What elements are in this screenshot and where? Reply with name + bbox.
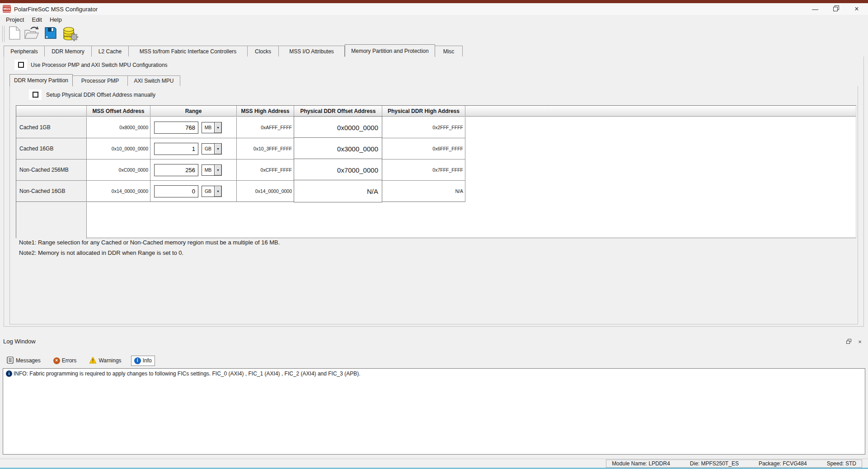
save-button[interactable]: [42, 25, 60, 43]
status-die: Die: MPFS250T_ES: [690, 460, 739, 467]
tab-misc[interactable]: Misc: [435, 46, 463, 56]
phys-offset-cell: 0x3000_0000: [294, 138, 382, 159]
use-pmp-checkbox-box[interactable]: [18, 62, 24, 68]
setup-physical-ddr-checkbox-box[interactable]: [33, 92, 38, 98]
log-output-area[interactable]: i INFO: Fabric programming is required t…: [3, 368, 865, 455]
dropdown-arrow-icon: ▼: [214, 144, 221, 154]
range-unit-select[interactable]: MB ▼: [202, 164, 222, 176]
region-label: Cached 16GB: [16, 138, 87, 159]
status-fields: Module Name: LPDDR4 Die: MPFS250T_ES Pac…: [606, 460, 862, 468]
status-package: Package: FCVG484: [759, 460, 807, 467]
log-filter-messages[interactable]: Messages: [4, 355, 44, 367]
generate-database-gear-icon: [61, 26, 76, 42]
log-entry: i INFO: Fabric programming is required t…: [3, 369, 865, 379]
use-pmp-checkbox[interactable]: [14, 60, 27, 70]
tab-ddr-memory[interactable]: DDR Memory: [45, 46, 92, 56]
mss-high-value: 0x14_0000_0000: [237, 181, 294, 202]
log-float-button[interactable]: [845, 338, 853, 346]
range-cell: GB ▼: [150, 138, 237, 159]
range-unit-select[interactable]: GB ▼: [202, 143, 222, 155]
range-input[interactable]: [154, 143, 198, 155]
log-filter-errors-label: Errors: [62, 357, 77, 364]
window-title: PolarFireSoC MSS Configurator: [14, 6, 98, 13]
phys-offset-cell: 0x0000_0000: [294, 117, 382, 138]
close-icon: ×: [858, 338, 862, 345]
log-close-button[interactable]: ×: [856, 338, 864, 346]
titlebar[interactable]: MSS PolarFireSoC MSS Configurator — ×: [0, 3, 868, 15]
setup-physical-ddr-checkbox[interactable]: [29, 89, 42, 100]
setup-physical-ddr-checkbox-label: Setup Physical DDR Offset Address manual…: [46, 92, 155, 98]
mss-offset-value: 0x8000_0000: [87, 117, 150, 138]
sub-tabbar: DDR Memory Partition Processor PMP AXI S…: [9, 74, 858, 86]
mss-high-value: 0xCFFF_FFFF: [237, 159, 294, 181]
generate-mss-button[interactable]: [60, 25, 78, 43]
header-physical-ddr-high-address: Physical DDR High Address: [382, 106, 465, 117]
mss-high-value: 0x10_3FFF_FFFF: [237, 138, 294, 159]
status-speed: Speed: STD: [827, 460, 856, 467]
dropdown-arrow-icon: ▼: [214, 186, 221, 197]
tab-peripherals[interactable]: Peripherals: [4, 46, 45, 56]
restore-button[interactable]: [828, 3, 844, 15]
phys-offset-value: 0x7000_0000: [294, 159, 382, 181]
error-icon: ×: [53, 357, 60, 364]
header-range: Range: [150, 106, 237, 117]
minimize-button[interactable]: —: [807, 3, 823, 15]
header-mss-high-address: MSS High Address: [237, 106, 294, 117]
log-filter-info[interactable]: i Info: [131, 356, 155, 366]
note-1: Note1: Range selection for any Cached or…: [19, 239, 280, 246]
header-mss-offset-address: MSS Offset Address: [87, 106, 150, 117]
log-filter-warnings[interactable]: ! Warnings: [86, 355, 124, 367]
table-body: Cached 1GB 0x8000_0000 MB ▼ 0xAFFF_FFFF …: [16, 117, 856, 238]
table-row-cached-1gb: Cached 1GB 0x8000_0000 MB ▼ 0xAFFF_FFFF …: [16, 117, 856, 138]
range-unit-select[interactable]: GB ▼: [202, 186, 222, 197]
phys-high-value: N/A: [382, 181, 465, 202]
svg-text:!: !: [92, 358, 94, 363]
range-input[interactable]: [154, 185, 198, 197]
menu-edit[interactable]: Edit: [28, 15, 46, 24]
mss-high-value: 0xAFFF_FFFF: [237, 117, 294, 138]
range-input[interactable]: [154, 164, 198, 176]
region-label: Non-Cached 16GB: [16, 181, 87, 202]
memory-partition-panel: Use Processor PMP and AXI Switch MPU Con…: [4, 56, 864, 327]
tab-clocks[interactable]: Clocks: [248, 46, 279, 56]
tab-mss-io-attributes[interactable]: MSS I/O Attributes: [279, 46, 345, 56]
subtab-processor-pmp[interactable]: Processor PMP: [73, 75, 128, 86]
menubar: Project Edit Help: [0, 15, 868, 24]
close-icon: ×: [854, 5, 859, 13]
range-unit-value: GB: [202, 144, 214, 154]
dropdown-arrow-icon: ▼: [214, 165, 221, 175]
save-floppy-icon: [44, 26, 57, 42]
phys-offset-cell: 0x7000_0000: [294, 159, 382, 181]
range-unit-value: MB: [202, 165, 214, 175]
phys-offset-value: N/A: [294, 180, 382, 202]
phys-offset-value: 0x3000_0000: [294, 137, 382, 160]
log-filter-info-label: Info: [143, 357, 152, 364]
window-top-accent-strip: [0, 0, 868, 3]
minimize-icon: —: [812, 5, 818, 13]
subtab-axi-switch-mpu[interactable]: AXI Switch MPU: [128, 75, 180, 86]
log-filter-errors[interactable]: × Errors: [50, 356, 80, 366]
table-row-noncached-16gb: Non-Cached 16GB 0x14_0000_0000 GB ▼ 0x14…: [16, 181, 856, 202]
table-row-noncached-256mb: Non-Cached 256MB 0xC000_0000 MB ▼ 0xCFFF…: [16, 159, 856, 181]
open-project-button[interactable]: [23, 25, 41, 43]
note-2: Note2: Memory is not allocated in DDR wh…: [19, 249, 183, 256]
toolbar-drag-handle[interactable]: [2, 26, 5, 42]
log-entry-text: INFO: Fabric programming is required to …: [14, 371, 361, 377]
float-window-icon: [846, 338, 851, 346]
range-cell: GB ▼: [150, 181, 237, 202]
header-physical-ddr-offset-address: Physical DDR Offset Address: [294, 106, 382, 117]
tab-memory-partition-and-protection[interactable]: Memory Partition and Protection: [345, 44, 435, 57]
use-pmp-checkbox-label: Use Processor PMP and AXI Switch MPU Con…: [31, 62, 168, 68]
close-button[interactable]: ×: [849, 3, 865, 15]
range-unit-select[interactable]: MB ▼: [202, 122, 222, 133]
subtab-ddr-memory-partition[interactable]: DDR Memory Partition: [9, 74, 73, 86]
tab-mss-fabric-interface-controllers[interactable]: MSS to/from Fabric Interface Controllers: [129, 46, 248, 56]
messages-icon: [7, 356, 14, 365]
menu-project[interactable]: Project: [3, 15, 28, 24]
tab-l2-cache[interactable]: L2 Cache: [92, 46, 129, 56]
info-icon: i: [134, 357, 141, 364]
new-project-button[interactable]: [5, 25, 23, 43]
range-input[interactable]: [154, 122, 198, 134]
app-logo-text: MSS: [3, 7, 10, 10]
menu-help[interactable]: Help: [47, 15, 66, 24]
